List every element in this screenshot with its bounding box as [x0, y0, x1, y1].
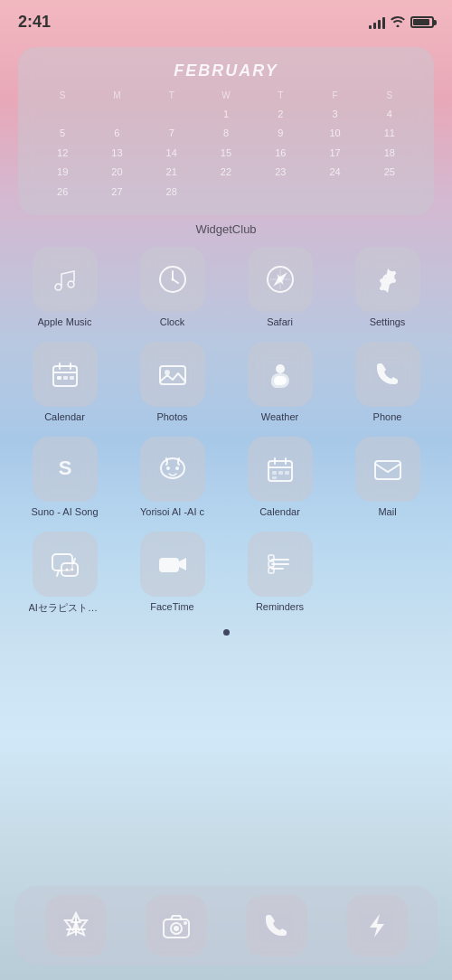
app-item-calendar2[interactable]: Calendar — [230, 437, 330, 517]
app-item-mail[interactable]: Mail — [337, 437, 438, 517]
settings-label: Settings — [370, 316, 406, 327]
facetime-icon[interactable] — [140, 532, 205, 597]
calendar-icon[interactable] — [33, 342, 98, 407]
app-item-suno[interactable]: S Suno - AI Song — [14, 437, 115, 517]
phone-icon[interactable] — [355, 342, 420, 407]
svg-rect-27 — [278, 471, 283, 475]
phone-label: Phone — [373, 411, 402, 422]
app-item-photos[interactable]: Photos — [122, 342, 222, 422]
page-dot-1[interactable] — [223, 629, 230, 636]
svg-rect-30 — [375, 461, 400, 479]
svg-rect-39 — [268, 555, 274, 561]
dock-shortcuts[interactable] — [346, 895, 408, 956]
wifi-icon — [391, 15, 405, 30]
app-item-phone[interactable]: Phone — [337, 342, 438, 422]
app-item-settings[interactable]: Settings — [337, 247, 438, 327]
svg-point-17 — [276, 364, 285, 373]
dock-phone[interactable] — [246, 895, 307, 956]
yorisoi-icon[interactable] — [140, 437, 205, 502]
dock-camera[interactable] — [146, 895, 207, 956]
battery-icon — [410, 16, 434, 28]
cal-header-t2: T — [254, 88, 306, 104]
photos-label: Photos — [156, 411, 187, 422]
apple-music-icon[interactable] — [33, 247, 98, 312]
svg-rect-29 — [272, 476, 277, 479]
signal-icon — [369, 16, 385, 29]
apple-music-label: Apple Music — [38, 316, 92, 327]
cal-header-w: W — [200, 88, 252, 104]
calendar-label: Calendar — [44, 411, 85, 422]
svg-point-46 — [184, 921, 187, 925]
status-bar: 2:41 — [0, 0, 452, 40]
mail-label: Mail — [378, 506, 396, 517]
cal-header-s: S — [36, 88, 89, 104]
settings-icon[interactable] — [355, 247, 420, 312]
svg-rect-14 — [70, 376, 74, 380]
yorisoi-label: Yorisoi AI -AI c — [140, 506, 204, 517]
app-item-weather[interactable]: Weather — [230, 342, 330, 422]
svg-rect-32 — [61, 563, 78, 576]
cal-header-t: T — [146, 88, 198, 104]
svg-rect-13 — [63, 376, 68, 380]
weather-label: Weather — [261, 411, 298, 422]
app-item-clock[interactable]: Clock — [122, 247, 222, 327]
dock: A — [14, 886, 438, 966]
svg-rect-28 — [285, 471, 289, 475]
cal-header-m: M — [90, 88, 143, 104]
app-item-apple-music[interactable]: Apple Music — [14, 247, 115, 327]
svg-point-45 — [174, 926, 179, 931]
svg-rect-41 — [268, 568, 274, 573]
weather-icon[interactable] — [248, 342, 313, 407]
app-item-facetime[interactable]: FaceTime — [122, 532, 222, 615]
status-time: 2:41 — [18, 13, 51, 32]
facetime-label: FaceTime — [150, 601, 194, 612]
dock-app-store[interactable]: A — [45, 895, 107, 956]
svg-point-20 — [166, 466, 170, 470]
page-dots — [0, 629, 452, 636]
reminders-icon[interactable] — [248, 532, 313, 597]
app-item-yorisoi[interactable]: Yorisoi AI -AI c — [122, 437, 222, 517]
safari-label: Safari — [267, 316, 293, 327]
svg-rect-26 — [272, 471, 277, 475]
app-item-calendar[interactable]: Calendar — [14, 342, 115, 422]
svg-rect-35 — [159, 558, 179, 572]
svg-point-3 — [171, 278, 174, 280]
clock-label: Clock — [160, 316, 185, 327]
suno-label: Suno - AI Song — [32, 506, 99, 517]
calendar-widget: FEBRUARY S M T W T F S 1 2 3 4 5 6 7 8 9… — [18, 47, 434, 215]
widget-month: FEBRUARY — [36, 61, 416, 80]
photos-icon[interactable] — [140, 342, 205, 407]
safari-icon[interactable] — [248, 247, 313, 312]
suno-icon[interactable]: S — [33, 437, 98, 502]
app-item-ai-serap[interactable]: AIセラピスト：瞑 — [14, 532, 115, 615]
cal-header-f: F — [308, 88, 361, 104]
app-grid: Apple Music Clock Safari — [0, 247, 452, 615]
svg-point-33 — [65, 568, 68, 570]
cal-header-s2: S — [363, 88, 416, 104]
widget-club-label: WidgetClub — [0, 222, 452, 236]
status-icons — [369, 15, 434, 30]
clock-icon[interactable] — [140, 247, 205, 312]
reminders-label: Reminders — [256, 601, 304, 612]
app-item-reminders[interactable]: Reminders — [230, 532, 330, 615]
ai-serap-icon[interactable] — [33, 532, 98, 597]
svg-text:S: S — [58, 457, 71, 479]
calendar2-icon[interactable] — [248, 437, 313, 502]
svg-point-21 — [175, 466, 179, 470]
calendar-grid: S M T W T F S 1 2 3 4 5 6 7 8 9 10 11 12… — [36, 88, 416, 201]
calendar2-label: Calendar — [259, 506, 300, 517]
svg-point-34 — [71, 568, 73, 570]
svg-rect-15 — [160, 366, 185, 384]
mail-icon[interactable] — [355, 437, 420, 502]
svg-rect-12 — [57, 376, 61, 380]
app-item-safari[interactable]: Safari — [230, 247, 330, 327]
ai-serap-label: AIセラピスト：瞑 — [29, 601, 101, 615]
